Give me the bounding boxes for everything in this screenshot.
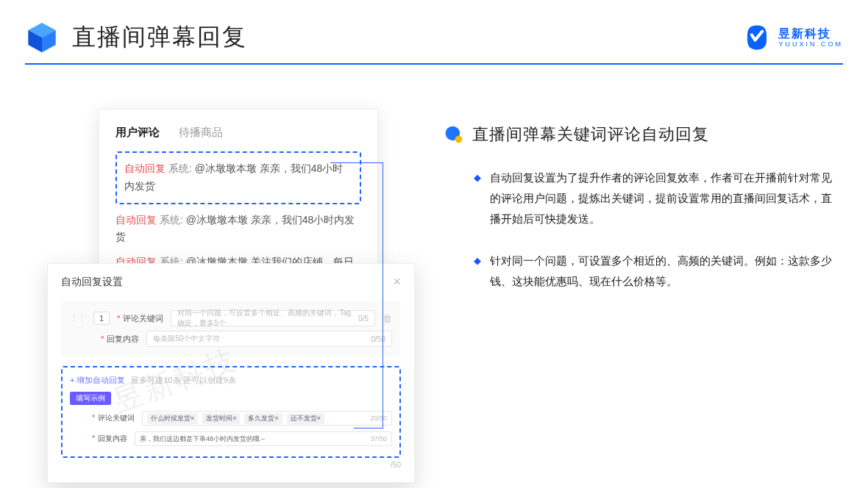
brand-logo-icon [743, 24, 771, 51]
keyword-count: 0/5 [358, 315, 369, 323]
diamond-icon: ◆ [474, 251, 481, 292]
chip: 多久发货× [244, 413, 282, 424]
chip: 发货时间× [202, 413, 240, 424]
cube-icon [25, 21, 59, 54]
bullet-text: 针对同一个问题，可设置多个相近的、高频的关键词。例如：这款多少钱、这块能优惠吗、… [490, 251, 842, 292]
screenshots-stack: 用户评论 待播商品 自动回复 系统: @冰墩墩本墩 亲亲，我们48小时内发货 自… [47, 109, 415, 462]
example-box: + 增加自动回复 最多可建10条 还可以创建9条 填写示例 评论关键词 什么时候… [61, 366, 401, 458]
chip: 还不发货× [287, 413, 324, 424]
brand-cn: 昱新科技 [778, 28, 843, 40]
example-content-row: 回复内容 亲，我们这边都是下单48小时内发货的哦～ 37/50 [70, 431, 392, 446]
bullet-text: 自动回复设置为了提升作者的评论回复效率，作者可在开播前针对常见的评论用户问题，提… [490, 168, 842, 229]
keyword-label: 评论关键词 [92, 413, 135, 423]
content-label: 回复内容 [92, 434, 127, 444]
keyword-label: 评论关键词 [117, 313, 163, 324]
tab-pending-goods[interactable]: 待播商品 [179, 126, 223, 140]
content-placeholder: 每条限50个中文字符 [153, 334, 220, 344]
keyword-input[interactable]: 对同一个问题，可设置多个相近、高频的关键词，Tag确定，最多5个 0/5 [171, 310, 375, 326]
example-pill: 填写示例 [70, 392, 111, 405]
content-input[interactable]: 每条限50个中文字符 0/50 [146, 331, 392, 347]
page-header: 直播间弹幕回复 昱新科技 YUUXIN.COM [25, 21, 843, 54]
brand-en: YUUXIN.COM [778, 41, 843, 48]
tab-user-comments[interactable]: 用户评论 [115, 126, 160, 140]
system-label: 系统: [160, 214, 183, 226]
example-content-input[interactable]: 亲，我们这边都是下单48小时内发货的哦～ 37/50 [135, 431, 392, 446]
example-ct-count: 37/50 [370, 435, 387, 442]
svg-point-4 [455, 136, 463, 143]
comment-row: 自动回复 系统: @冰墩墩本墩 亲亲，我们48小时内发货 [115, 212, 361, 247]
example-keyword-row: 评论关键词 什么时候发货× 发货时间× 多久发货× 还不发货× 20/50 [70, 411, 392, 426]
example-kw-count: 20/50 [370, 415, 387, 422]
system-label: 系统: [168, 162, 192, 174]
bubble-icon [444, 125, 463, 144]
close-icon[interactable]: × [393, 274, 401, 290]
section-title-row: 直播间弹幕关键词评论自动回复 [444, 123, 842, 146]
drag-handle-icon[interactable]: ⋮⋮ [70, 314, 86, 323]
comment-row-highlighted: 自动回复 系统: @冰墩墩本墩 亲亲，我们48小时内发货 [115, 151, 361, 204]
section-title: 直播间弹幕关键词评论自动回复 [472, 123, 709, 146]
comments-tabs: 用户评论 待播商品 [115, 126, 361, 140]
keyword-row: ⋮⋮ 1 评论关键词 对同一个问题，可设置多个相近、高频的关键词，Tag确定，最… [70, 310, 392, 326]
auto-reply-tag: 自动回复 [115, 214, 157, 226]
brand-block: 昱新科技 YUUXIN.COM [743, 24, 843, 51]
header-left: 直播间弹幕回复 [25, 21, 247, 54]
right-copy: 直播间弹幕关键词评论自动回复 ◆ 自动回复设置为了提升作者的评论回复效率，作者可… [444, 123, 842, 292]
example-keyword-chips[interactable]: 什么时候发货× 发货时间× 多久发货× 还不发货× 20/50 [142, 411, 392, 426]
brand-text: 昱新科技 YUUXIN.COM [778, 28, 843, 48]
settings-form-block: ⋮⋮ 1 评论关键词 对同一个问题，可设置多个相近、高频的关键词，Tag确定，最… [61, 301, 401, 357]
content-label: 回复内容 [101, 334, 139, 345]
delete-icon[interactable]: 🗑 [383, 313, 392, 324]
settings-header: 自动回复设置 × [61, 274, 401, 297]
bullet-paragraph: ◆ 自动回复设置为了提升作者的评论回复效率，作者可在开播前针对常见的评论用户问题… [444, 168, 842, 229]
extra-count: /50 [391, 461, 401, 469]
keyword-placeholder: 对同一个问题，可设置多个相近、高频的关键词，Tag确定，最多5个 [177, 308, 358, 329]
diamond-icon: ◆ [474, 168, 481, 229]
add-hint: 最多可建10条 还可以创建9条 [131, 375, 235, 386]
auto-reply-settings-card: 自动回复设置 × ⋮⋮ 1 评论关键词 对同一个问题，可设置多个相近、高频的关键… [47, 263, 415, 483]
add-auto-reply-line: + 增加自动回复 最多可建10条 还可以创建9条 [70, 375, 392, 386]
header-divider [25, 63, 843, 65]
auto-reply-tag: 自动回复 [124, 162, 166, 174]
settings-title: 自动回复设置 [61, 276, 123, 289]
page-title: 直播间弹幕回复 [72, 21, 247, 54]
example-content-text: 亲，我们这边都是下单48小时内发货的哦～ [140, 434, 266, 444]
content-row: 回复内容 每条限50个中文字符 0/50 [70, 331, 392, 347]
rule-index: 1 [93, 312, 110, 325]
content-count: 0/50 [371, 335, 385, 343]
chip: 什么时候发货× [147, 413, 198, 424]
add-auto-reply-link[interactable]: + 增加自动回复 [70, 375, 125, 386]
bullet-paragraph: ◆ 针对同一个问题，可设置多个相近的、高频的关键词。例如：这款多少钱、这块能优惠… [444, 251, 842, 292]
